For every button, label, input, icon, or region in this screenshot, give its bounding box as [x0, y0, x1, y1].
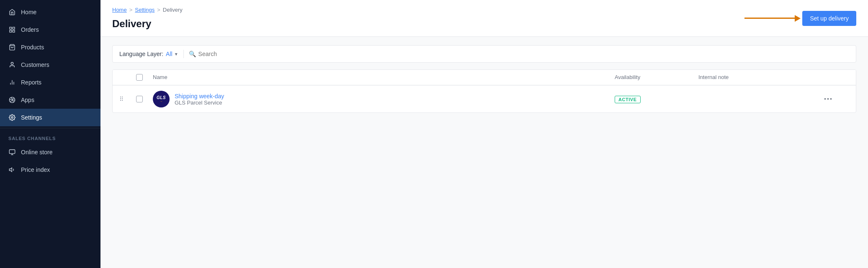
row-checkbox[interactable]	[136, 96, 143, 102]
status-badge: ACTIVE	[615, 96, 641, 103]
actions-col-header	[824, 74, 849, 81]
search-input[interactable]	[198, 51, 849, 57]
settings-icon	[8, 114, 16, 121]
breadcrumb: Home > Settings > Delivery	[112, 7, 183, 13]
products-icon	[8, 43, 16, 51]
search-icon: 🔍	[189, 51, 196, 57]
availability-col-header: Availability	[615, 74, 698, 81]
gls-logo-arrow: →	[160, 100, 163, 103]
home-icon	[8, 8, 16, 16]
sidebar-item-reports-label: Reports	[21, 79, 41, 86]
drag-col-header	[119, 74, 136, 81]
sidebar-item-settings[interactable]: Settings	[0, 109, 100, 126]
sidebar: Home Orders Products Customers Reports	[0, 0, 100, 268]
page-header: Home > Settings > Delivery Delivery Set …	[100, 0, 868, 37]
svg-rect-2	[10, 30, 12, 32]
svg-point-10	[11, 117, 13, 118]
internal-note-col-header: Internal note	[698, 74, 824, 81]
sidebar-item-settings-label: Settings	[21, 114, 42, 121]
search-box: 🔍	[189, 51, 849, 57]
arrow-head	[795, 15, 801, 22]
table-row: ⠿ GLS → Shipping week-day GLS Parcel Ser…	[113, 85, 856, 112]
more-options-button[interactable]: ···	[824, 95, 833, 103]
availability-cell: ACTIVE	[615, 95, 698, 103]
sidebar-item-products-label: Products	[21, 44, 44, 51]
customers-icon	[8, 61, 16, 69]
language-select[interactable]: All ▼	[166, 51, 178, 57]
breadcrumb-home[interactable]: Home	[112, 7, 127, 13]
svg-rect-0	[10, 27, 12, 29]
arrow-line	[744, 18, 795, 19]
svg-point-5	[11, 62, 13, 64]
toolbar: Language Layer: All ▼ 🔍	[112, 45, 856, 63]
breadcrumb-sep2: >	[157, 7, 160, 13]
header-right: Set up delivery	[744, 11, 856, 26]
sidebar-item-home[interactable]: Home	[0, 3, 100, 21]
breadcrumb-sep1: >	[129, 7, 133, 13]
breadcrumb-settings[interactable]: Settings	[135, 7, 155, 13]
sidebar-item-home-label: Home	[21, 9, 36, 15]
reports-icon	[8, 79, 16, 86]
row-checkbox-cell	[136, 96, 153, 102]
svg-marker-14	[9, 168, 12, 171]
svg-rect-3	[13, 30, 15, 32]
table-header: Name Availability Internal note	[113, 70, 856, 85]
toolbar-divider	[183, 50, 184, 58]
arrow-indicator	[744, 15, 801, 22]
sidebar-item-apps[interactable]: Apps	[0, 91, 100, 109]
sidebar-item-orders[interactable]: Orders	[0, 21, 100, 38]
name-cell: GLS → Shipping week-day GLS Parcel Servi…	[153, 91, 615, 107]
table-container: Name Availability Internal note ⠿ GLS	[112, 69, 856, 113]
breadcrumb-current: Delivery	[163, 7, 183, 13]
sidebar-item-price-index[interactable]: Price index	[0, 161, 100, 179]
more-options-cell: ···	[824, 95, 849, 104]
svg-rect-11	[9, 150, 15, 153]
main-content: Home > Settings > Delivery Delivery Set …	[100, 0, 868, 268]
sidebar-item-orders-label: Orders	[21, 26, 39, 33]
gls-logo-text: GLS	[157, 95, 166, 100]
sidebar-item-customers-label: Customers	[21, 61, 49, 68]
checkbox-col-header	[136, 74, 153, 81]
name-col-header: Name	[153, 74, 615, 81]
language-value: All	[166, 51, 173, 57]
language-label: Language Layer:	[119, 51, 163, 57]
sidebar-item-customers[interactable]: Customers	[0, 56, 100, 74]
name-info: Shipping week-day GLS Parcel Service	[175, 93, 224, 106]
delivery-subtitle: GLS Parcel Service	[175, 100, 224, 106]
sidebar-item-reports[interactable]: Reports	[0, 74, 100, 91]
select-all-checkbox[interactable]	[136, 74, 143, 81]
language-filter: Language Layer: All ▼	[119, 51, 178, 57]
sidebar-item-price-index-label: Price index	[21, 166, 50, 173]
orders-icon	[8, 26, 16, 33]
sidebar-item-online-store[interactable]: Online store	[0, 143, 100, 161]
drag-handle-icon: ⠿	[119, 96, 124, 102]
svg-rect-1	[13, 27, 15, 29]
chevron-down-icon: ▼	[174, 52, 178, 56]
price-index-icon	[8, 166, 16, 174]
sidebar-item-online-store-label: Online store	[21, 149, 52, 156]
store-icon	[8, 148, 16, 156]
delivery-name-link[interactable]: Shipping week-day	[175, 93, 224, 100]
drag-handle[interactable]: ⠿	[119, 95, 136, 103]
apps-icon	[8, 96, 16, 104]
sidebar-item-products[interactable]: Products	[0, 38, 100, 56]
gls-logo: GLS →	[153, 91, 170, 107]
setup-delivery-button[interactable]: Set up delivery	[802, 11, 856, 26]
sidebar-item-apps-label: Apps	[21, 97, 34, 103]
sales-channels-label: SALES CHANNELS	[0, 130, 100, 143]
page-title: Delivery	[112, 18, 183, 30]
